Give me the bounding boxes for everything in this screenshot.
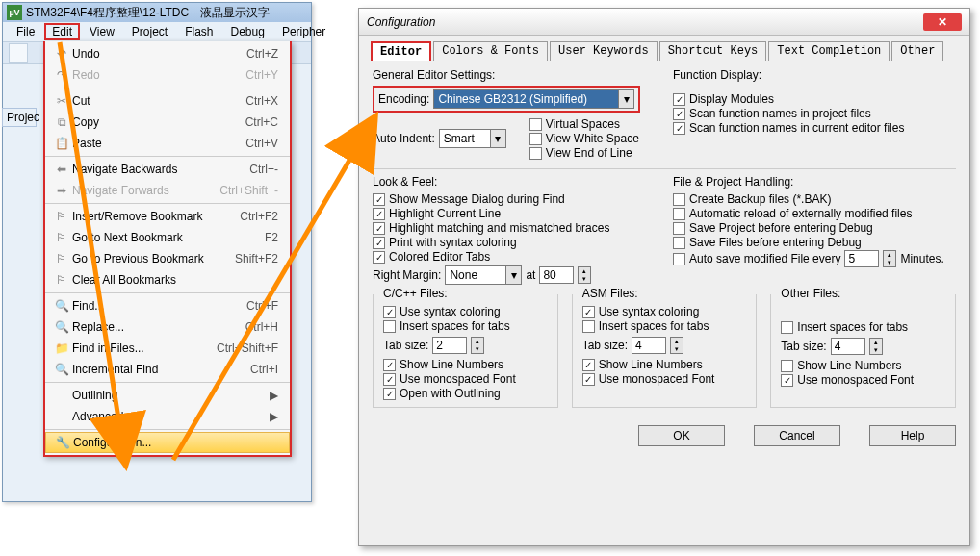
- menu-flash[interactable]: Flash: [177, 23, 220, 40]
- asm-linenum-check[interactable]: Show Line Numbers: [582, 358, 747, 371]
- margin-at-value[interactable]: 80: [539, 266, 574, 284]
- menu-incremental-find[interactable]: 🔍Incremental FindCtrl+I: [45, 359, 290, 380]
- msg-dialog-check[interactable]: Show Message Dialog during Find: [373, 192, 659, 206]
- display-modules-check[interactable]: Display Modules: [673, 92, 956, 106]
- other-spaces-check[interactable]: Insert spaces for tabs: [781, 320, 945, 334]
- menu-paste[interactable]: 📋PasteCtrl+V: [45, 133, 290, 154]
- eol-check[interactable]: View End of Line: [529, 146, 639, 160]
- c-tabsize-spinner[interactable]: ▴▾: [471, 337, 484, 354]
- save-files-check[interactable]: Save Files before entering Debug: [673, 236, 956, 249]
- tab-keywords[interactable]: User Keywords: [550, 41, 658, 61]
- menu-edit[interactable]: Edit: [44, 23, 80, 40]
- scan-proj-check[interactable]: Scan function names in project files: [673, 107, 956, 120]
- highlight-line-check[interactable]: Highlight Current Line: [373, 207, 659, 220]
- c-outlining-check[interactable]: Open with Outlining: [383, 387, 548, 400]
- encoding-label: Encoding:: [378, 92, 429, 106]
- menu-clear-bookmarks[interactable]: 🏳Clear All Bookmarks: [45, 269, 290, 291]
- asm-files-frame: ASM Files: Use syntax coloring Insert sp…: [572, 294, 758, 408]
- menu-view[interactable]: View: [82, 23, 122, 40]
- close-button[interactable]: ✕: [923, 13, 962, 31]
- whitespace-check[interactable]: View White Space: [529, 132, 639, 145]
- menu-next-bookmark[interactable]: 🏳Go to Next BookmarkF2: [45, 227, 290, 248]
- menu-peripherals[interactable]: Peripher: [274, 23, 333, 40]
- c-syntax-check[interactable]: Use syntax coloring: [383, 305, 548, 318]
- right-margin-label: Right Margin:: [373, 268, 441, 282]
- menu-advanced[interactable]: Advanced▶: [45, 406, 290, 427]
- right-margin-select[interactable]: None▾: [445, 265, 522, 285]
- asm-tabsize-value[interactable]: 4: [632, 337, 666, 354]
- virtual-spaces-check[interactable]: Virtual Spaces: [529, 117, 639, 131]
- menu-copy[interactable]: ⧉CopyCtrl+C: [45, 112, 290, 133]
- other-tabsize-value[interactable]: 4: [831, 338, 865, 355]
- other-tabsize-spinner[interactable]: ▴▾: [869, 338, 883, 355]
- menu-find[interactable]: 🔍Find...Ctrl+F: [45, 295, 290, 316]
- menu-undo[interactable]: ↶UndoCtrl+Z: [45, 43, 290, 64]
- tab-colors[interactable]: Colors & Fonts: [433, 41, 548, 61]
- menu-file[interactable]: File: [9, 23, 42, 40]
- c-spaces-check[interactable]: Insert spaces for tabs: [383, 319, 548, 333]
- menu-insert-bookmark[interactable]: 🏳Insert/Remove BookmarkCtrl+F2: [45, 206, 290, 227]
- app-icon: µV: [7, 5, 22, 20]
- other-files-label: Other Files:: [777, 287, 844, 300]
- reload-check[interactable]: Automatic reload of externally modified …: [673, 207, 956, 220]
- ok-button[interactable]: OK: [638, 425, 725, 446]
- menu-outlining[interactable]: Outlining▶: [45, 385, 290, 406]
- at-label: at: [526, 268, 535, 282]
- autosave-spinner[interactable]: ▴▾: [883, 250, 896, 267]
- dialog-buttons: OK Cancel Help: [359, 416, 969, 456]
- c-linenum-check[interactable]: Show Line Numbers: [383, 358, 548, 371]
- print-syntax-check[interactable]: Print with syntax coloring: [373, 236, 659, 249]
- edit-menu-dropdown: ↶UndoCtrl+Z ↷RedoCtrl+Y ✂CutCtrl+X ⧉Copy…: [43, 41, 292, 457]
- save-proj-check[interactable]: Save Project before entering Debug: [673, 221, 956, 235]
- chevron-down-icon: ▾: [490, 130, 505, 147]
- highlight-brace-check[interactable]: Highlight matching and mismatched braces: [373, 221, 659, 235]
- other-files-frame: Other Files: Insert spaces for tabs Tab …: [770, 294, 956, 408]
- c-tabsize-value[interactable]: 2: [432, 337, 467, 354]
- menu-redo[interactable]: ↷RedoCtrl+Y: [45, 64, 290, 86]
- asm-files-label: ASM Files:: [579, 287, 642, 300]
- asm-syntax-check[interactable]: Use syntax coloring: [582, 305, 747, 318]
- func-display-label: Function Display:: [673, 68, 956, 82]
- auto-indent-select[interactable]: Smart▾: [439, 129, 506, 148]
- menu-debug[interactable]: Debug: [223, 23, 272, 40]
- margin-spinner[interactable]: ▴▾: [578, 266, 591, 284]
- tab-completion[interactable]: Text Completion: [768, 41, 890, 61]
- chevron-down-icon: ▾: [618, 90, 633, 108]
- dialog-titlebar: Configuration ✕: [359, 9, 969, 36]
- title-text: STM32F4\F4程序整理\12-LTDC—液晶显示汉字: [26, 5, 307, 21]
- scan-cur-check[interactable]: Scan function names in current editor fi…: [673, 121, 956, 135]
- menu-prev-bookmark[interactable]: 🏳Go to Previous BookmarkShift+F2: [45, 248, 290, 269]
- tab-shortcuts[interactable]: Shortcut Keys: [659, 41, 767, 61]
- menubar[interactable]: File Edit View Project Flash Debug Perip…: [3, 22, 311, 41]
- asm-spaces-check[interactable]: Insert spaces for tabs: [582, 319, 747, 333]
- backup-check[interactable]: Create Backup files (*.BAK): [673, 192, 956, 206]
- autosave-check[interactable]: Auto save modified File every: [673, 252, 840, 265]
- help-button[interactable]: Help: [869, 425, 956, 446]
- toolbar-button[interactable]: [9, 43, 28, 63]
- tab-editor[interactable]: Editor: [371, 41, 431, 61]
- project-tab[interactable]: Projec: [2, 108, 37, 127]
- menu-nav-back[interactable]: ⬅Navigate BackwardsCtrl+-: [45, 159, 290, 180]
- cancel-button[interactable]: Cancel: [754, 425, 840, 446]
- menu-cut[interactable]: ✂CutCtrl+X: [45, 90, 290, 112]
- c-files-frame: C/C++ Files: Use syntax coloring Insert …: [373, 294, 558, 408]
- titlebar: µV STM32F4\F4程序整理\12-LTDC—液晶显示汉字: [3, 3, 311, 22]
- autosave-value[interactable]: 5: [844, 250, 879, 267]
- menu-configuration[interactable]: 🔧Configuration...: [45, 432, 290, 453]
- asm-tabsize-spinner[interactable]: ▴▾: [670, 337, 683, 354]
- menu-find-in-files[interactable]: 📁Find in Files...Ctrl+Shift+F: [45, 338, 290, 359]
- chevron-down-icon: ▾: [505, 266, 521, 284]
- encoding-select[interactable]: Chinese GB2312 (Simplified)▾: [433, 89, 634, 109]
- other-mono-check[interactable]: Use monospaced Font: [781, 373, 945, 387]
- menu-replace[interactable]: 🔍Replace...Ctrl+H: [45, 316, 290, 338]
- asm-mono-check[interactable]: Use monospaced Font: [582, 372, 747, 386]
- encoding-row: Encoding: Chinese GB2312 (Simplified)▾: [373, 86, 640, 113]
- other-linenum-check[interactable]: Show Line Numbers: [781, 359, 945, 372]
- menu-nav-fwd[interactable]: ➡Navigate ForwardsCtrl+Shift+-: [45, 180, 290, 201]
- c-mono-check[interactable]: Use monospaced Font: [383, 372, 548, 386]
- tab-other[interactable]: Other: [891, 41, 943, 61]
- tab-strip: Editor Colors & Fonts User Keywords Shor…: [359, 36, 969, 61]
- colored-tabs-check[interactable]: Colored Editor Tabs: [373, 250, 659, 264]
- menu-project[interactable]: Project: [124, 23, 175, 40]
- general-label: General Editor Settings:: [373, 68, 659, 82]
